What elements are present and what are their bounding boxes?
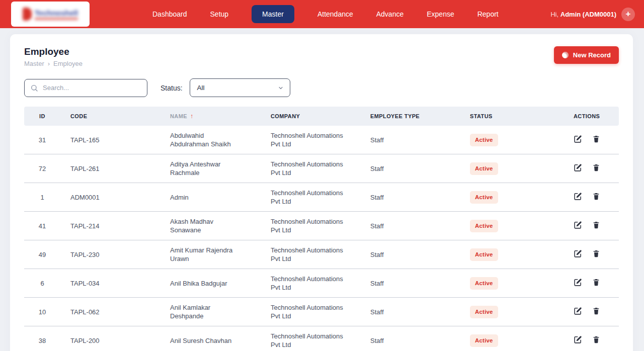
cell-actions xyxy=(566,212,619,240)
cell-id: 31 xyxy=(24,126,60,154)
cell-name: Anil Bhika Badgujar xyxy=(166,269,267,298)
cell-id: 38 xyxy=(24,326,60,351)
column-header-company[interactable]: COMPANY xyxy=(267,107,366,126)
column-header-name[interactable]: NAME↑ xyxy=(166,107,267,126)
edit-button[interactable] xyxy=(574,249,582,258)
status-badge: Active xyxy=(470,191,498,204)
nav-item-expense[interactable]: Expense xyxy=(427,10,454,18)
cell-actions xyxy=(566,269,619,298)
user-greeting: Hi, Admin (ADM0001) xyxy=(550,11,616,18)
new-record-label: New Record xyxy=(573,51,611,59)
nav-item-advance[interactable]: Advance xyxy=(376,10,404,18)
delete-button[interactable] xyxy=(592,163,600,172)
trash-icon xyxy=(592,192,600,201)
nav-item-setup[interactable]: Setup xyxy=(210,10,229,18)
cell-name: Admin xyxy=(166,183,267,212)
cell-employee-type: Staff xyxy=(366,298,466,326)
delete-button[interactable] xyxy=(592,335,600,344)
column-header-code[interactable]: CODE xyxy=(60,107,166,126)
cell-company: Technoshell Automations Pvt Ltd xyxy=(267,126,366,154)
cell-name: Abdulwahid Abdulrahman Shaikh xyxy=(166,126,267,154)
cell-actions xyxy=(566,326,619,351)
status-badge: Active xyxy=(470,162,498,175)
cell-company: Technoshell Automations Pvt Ltd xyxy=(267,183,366,212)
edit-pencil-icon xyxy=(574,163,582,172)
delete-button[interactable] xyxy=(592,192,600,201)
new-record-button[interactable]: New Record xyxy=(554,46,619,64)
user-area: Hi, Admin (ADM0001) + xyxy=(550,8,635,21)
delete-button[interactable] xyxy=(592,249,600,258)
cell-employee-type: Staff xyxy=(366,126,466,154)
edit-button[interactable] xyxy=(574,221,582,229)
cell-company: Technoshell Automations Pvt Ltd xyxy=(267,298,366,326)
cell-name: Anil Kamlakar Deshpande xyxy=(166,298,267,326)
cell-company: Technoshell Automations Pvt Ltd xyxy=(267,269,366,298)
cell-code: TAPL-214 xyxy=(60,212,166,240)
employee-table: ID CODE NAME↑ COMPANY EMPLOYEE TYPE STAT… xyxy=(24,107,619,351)
cell-code: TAPL-230 xyxy=(60,240,166,269)
cell-name: Anil Suresh Chavhan xyxy=(166,326,267,351)
table-header: ID CODE NAME↑ COMPANY EMPLOYEE TYPE STAT… xyxy=(24,107,619,126)
delete-button[interactable] xyxy=(592,306,600,315)
cell-name: Amit Kumar Rajendra Urawn xyxy=(166,240,267,269)
cell-actions xyxy=(566,298,619,326)
cell-employee-type: Staff xyxy=(366,183,466,212)
app-logo[interactable]: Technoshell xyxy=(11,2,90,27)
status-badge: Active xyxy=(470,306,498,318)
edit-button[interactable] xyxy=(574,135,582,143)
status-select[interactable]: All xyxy=(190,78,290,97)
cell-employee-type: Staff xyxy=(366,269,466,298)
cell-status: Active xyxy=(466,298,566,326)
nav-item-dashboard[interactable]: Dashboard xyxy=(152,10,187,18)
table-row: 38 TAPL-200 Anil Suresh Chavhan Technosh… xyxy=(24,326,619,351)
header-plus-button[interactable]: + xyxy=(621,8,635,21)
cell-id: 49 xyxy=(24,240,60,269)
search-icon xyxy=(30,84,38,94)
column-header-id[interactable]: ID xyxy=(24,107,60,126)
trash-icon xyxy=(592,249,600,258)
table-row: 41 TAPL-214 Akash Madhav Sonawane Techno… xyxy=(24,212,619,240)
search-input[interactable] xyxy=(24,79,147,97)
edit-button[interactable] xyxy=(574,307,582,315)
cell-code: TAPL-034 xyxy=(60,269,166,298)
cell-company: Technoshell Automations Pvt Ltd xyxy=(267,154,366,183)
column-header-employee-type[interactable]: EMPLOYEE TYPE xyxy=(366,107,466,126)
cell-code: ADM0001 xyxy=(60,183,166,212)
nav-item-report[interactable]: Report xyxy=(477,10,499,18)
table-row: 6 TAPL-034 Anil Bhika Badgujar Technoshe… xyxy=(24,269,619,298)
table-row: 31 TAPL-165 Abdulwahid Abdulrahman Shaik… xyxy=(24,126,619,154)
breadcrumb-item-master[interactable]: Master xyxy=(24,60,44,67)
cell-id: 72 xyxy=(24,154,60,183)
cell-status: Active xyxy=(466,126,566,154)
breadcrumb-separator: › xyxy=(48,60,50,67)
nav-item-master[interactable]: Master xyxy=(252,5,294,23)
logo-text: Technoshell xyxy=(35,9,78,20)
plus-icon: + xyxy=(626,10,631,18)
cell-employee-type: Staff xyxy=(366,240,466,269)
logo-blurred-content: Technoshell xyxy=(23,8,78,21)
nav-item-attendance[interactable]: Attendance xyxy=(317,10,353,18)
table-row: 10 TAPL-062 Anil Kamlakar Deshpande Tech… xyxy=(24,298,619,326)
sort-asc-icon: ↑ xyxy=(190,113,193,120)
delete-button[interactable] xyxy=(592,220,600,229)
cell-id: 6 xyxy=(24,269,60,298)
edit-button[interactable] xyxy=(574,163,582,172)
edit-button[interactable] xyxy=(574,192,582,201)
delete-button[interactable] xyxy=(592,134,600,143)
trash-icon xyxy=(592,335,600,344)
status-filter-label: Status: xyxy=(160,84,183,92)
main-nav: Dashboard Setup Master Attendance Advanc… xyxy=(152,0,499,28)
status-badge: Active xyxy=(470,134,498,146)
column-header-actions: ACTIONS xyxy=(566,107,619,126)
user-name: Admin (ADM0001) xyxy=(560,11,616,18)
delete-button[interactable] xyxy=(592,278,600,287)
edit-button[interactable] xyxy=(574,335,582,344)
cell-id: 10 xyxy=(24,298,60,326)
edit-pencil-icon xyxy=(574,192,582,201)
trash-icon xyxy=(592,220,600,229)
edit-button[interactable] xyxy=(574,278,582,287)
cell-code: TAPL-062 xyxy=(60,298,166,326)
table-row: 49 TAPL-230 Amit Kumar Rajendra Urawn Te… xyxy=(24,240,619,269)
breadcrumb: Master › Employee xyxy=(24,60,619,67)
column-header-status[interactable]: STATUS xyxy=(466,107,566,126)
